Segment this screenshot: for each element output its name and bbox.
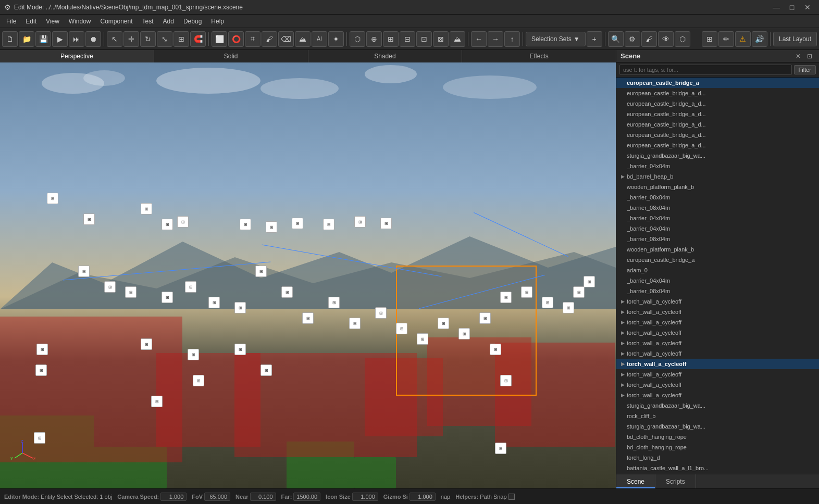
entity-icon-44[interactable]: ⊞ xyxy=(490,344,501,355)
open-button[interactable]: 📁 xyxy=(19,31,34,47)
entity-icon-1[interactable]: ⊞ xyxy=(47,193,58,204)
minimize-button[interactable]: — xyxy=(769,0,784,15)
scene-list-item[interactable]: ▶torch_wall_a_cycleoff xyxy=(616,307,819,317)
scene-list-item[interactable]: bd_cloth_hanging_rope xyxy=(616,442,819,452)
scene-list-item[interactable]: ▶torch_wall_a_cycleoff xyxy=(616,348,819,359)
viewport-tab-perspective[interactable]: Perspective xyxy=(0,50,154,62)
expand-arrow-icon[interactable]: ▶ xyxy=(619,340,626,346)
sphere-select-button[interactable]: ⭕ xyxy=(228,31,244,47)
scene-list-item[interactable]: _barrier_04x04m xyxy=(616,161,819,171)
entity-icon-29[interactable]: ⊞ xyxy=(479,312,491,324)
scene-list-item[interactable]: ▶torch_wall_a_cycleoff xyxy=(616,380,819,390)
scene-list-item[interactable]: european_castle_bridge_a_d... xyxy=(616,140,819,150)
scene-list-item[interactable]: sturgia_grandbazaar_big_wa... xyxy=(616,421,819,432)
scene-list-item[interactable]: european_castle_bridge_a_d... xyxy=(616,130,819,140)
menu-item-add[interactable]: Add xyxy=(159,17,178,26)
menu-item-view[interactable]: View xyxy=(42,17,64,26)
scene-list-item[interactable]: european_castle_bridge_a xyxy=(616,255,819,265)
box-select-button[interactable]: ⬜ xyxy=(212,31,227,47)
terrain-button[interactable]: ⛰ xyxy=(295,31,311,47)
entity-icon-19[interactable]: ⊞ xyxy=(255,266,267,277)
layout-pen-button[interactable]: ✏ xyxy=(718,31,734,47)
bottom-tab-scene[interactable]: Scene xyxy=(616,474,655,488)
scene-list-item[interactable]: european_castle_bridge_a_d... xyxy=(616,98,819,109)
mirror-button[interactable]: ⊡ xyxy=(416,31,432,47)
far-value[interactable]: 1500.00 xyxy=(293,493,320,501)
expand-arrow-icon[interactable]: ▶ xyxy=(619,319,626,325)
view-zoom-button[interactable]: 🔍 xyxy=(608,31,624,47)
record-button[interactable]: ⏺ xyxy=(85,31,101,47)
expand-arrow-icon[interactable]: ▶ xyxy=(619,361,626,367)
entity-icon-12[interactable]: ⊞ xyxy=(78,266,90,277)
nav-up-button[interactable]: ↑ xyxy=(504,31,520,47)
scene-list-item[interactable]: wooden_platform_plank_b xyxy=(616,244,819,255)
view-settings-button[interactable]: ⚙ xyxy=(625,31,640,47)
close-button[interactable]: ✕ xyxy=(800,0,815,15)
entity-icon-31[interactable]: ⊞ xyxy=(521,286,532,298)
bottom-tab-scripts[interactable]: Scripts xyxy=(655,474,696,488)
expand-arrow-icon[interactable]: ▶ xyxy=(619,330,626,336)
scene-list-item[interactable]: ▶torch_wall_a_cycleoff xyxy=(616,369,819,380)
scene-list-item[interactable]: _barrier_04x04m xyxy=(616,213,819,223)
scene-list-item[interactable]: _barrier_08x04m xyxy=(616,234,819,244)
entity-icon-36[interactable]: ⊞ xyxy=(141,338,152,350)
entity-icon-25[interactable]: ⊞ xyxy=(396,323,407,334)
scene-list-item[interactable]: european_castle_bridge_a_d... xyxy=(616,119,819,130)
gizmo-value[interactable]: 1.000 xyxy=(409,493,436,501)
rotate-button[interactable]: ↻ xyxy=(140,31,156,47)
entity-icon-33[interactable]: ⊞ xyxy=(563,302,574,313)
expand-arrow-icon[interactable]: ▶ xyxy=(619,309,626,315)
entity-icon-40[interactable]: ⊞ xyxy=(234,344,246,355)
scene-list-item[interactable]: _barrier_08x04m xyxy=(616,286,819,296)
scene-list-item[interactable]: ▶torch_wall_a_cycleoff xyxy=(616,296,819,307)
entity-icon-34[interactable]: ⊞ xyxy=(573,286,585,298)
entity-icon-39[interactable]: ⊞ xyxy=(193,375,204,386)
entity-icon-10[interactable]: ⊞ xyxy=(354,216,366,228)
entity-icon-9[interactable]: ⊞ xyxy=(323,219,334,230)
add-selection-button[interactable]: + xyxy=(587,31,602,47)
entity-icon-28[interactable]: ⊞ xyxy=(458,328,470,339)
entity-icon-32[interactable]: ⊞ xyxy=(542,297,553,308)
grid-button[interactable]: ⊟ xyxy=(400,31,415,47)
view-eye-button[interactable]: 👁 xyxy=(658,31,674,47)
scene-list-item[interactable]: _barrier_04x04m xyxy=(616,275,819,286)
entity-icon-11[interactable]: ⊞ xyxy=(380,218,392,229)
expand-arrow-icon[interactable]: ▶ xyxy=(619,371,626,377)
scene-list-item[interactable]: wooden_platform_plank_b xyxy=(616,182,819,192)
entity-icon-17[interactable]: ⊞ xyxy=(208,297,220,308)
menu-item-test[interactable]: Test xyxy=(138,17,158,26)
play-button[interactable]: ▶ xyxy=(52,31,68,47)
scene-list-item[interactable]: ▶torch_wall_a_cycleoff xyxy=(616,317,819,327)
entity-icon-18[interactable]: ⊞ xyxy=(234,302,246,313)
ai-button[interactable]: AI xyxy=(312,31,327,47)
layout-warn-button[interactable]: ⚠ xyxy=(735,31,751,47)
scene-list-item[interactable]: sturgia_grandbazaar_big_wa... xyxy=(616,400,819,411)
step-button[interactable]: ⏭ xyxy=(69,31,84,47)
entity-icon-47[interactable]: ⊞ xyxy=(34,432,45,444)
align-button[interactable]: ⊞ xyxy=(383,31,399,47)
scene-list-item[interactable]: _barrier_08x04m xyxy=(616,192,819,203)
camera-speed-value[interactable]: 1.000 xyxy=(160,493,187,501)
move-button[interactable]: ✛ xyxy=(123,31,139,47)
viewport[interactable]: ⊞ ⊞ ⊞ ⊞ ⊞ ⊞ ⊞ ⊞ ⊞ ⊞ ⊞ ⊞ ⊞ ⊞ ⊞ ⊞ ⊞ ⊞ ⊞ ⊞ … xyxy=(0,62,616,488)
menu-item-component[interactable]: Component xyxy=(96,17,137,26)
view-paint-button[interactable]: 🖌 xyxy=(641,31,657,47)
expand-arrow-icon[interactable]: ▶ xyxy=(619,298,626,305)
entity-icon-37[interactable]: ⊞ xyxy=(151,396,163,407)
entity-icon-15[interactable]: ⊞ xyxy=(162,292,173,303)
entity-icon-23[interactable]: ⊞ xyxy=(349,318,361,329)
maximize-button[interactable]: □ xyxy=(785,0,799,15)
entity-icon-42[interactable]: ⊞ xyxy=(36,344,48,355)
scene-list-item[interactable]: _barrier_08x04m xyxy=(616,203,819,213)
expand-arrow-icon[interactable]: ▶ xyxy=(619,392,626,398)
expand-arrow-icon[interactable]: ▶ xyxy=(619,350,626,357)
filter-input[interactable] xyxy=(619,65,792,75)
scene-list-item[interactable]: _barrier_04x04m xyxy=(616,223,819,234)
path-snap-checkbox[interactable] xyxy=(508,494,515,500)
viewport-tab-shaded[interactable]: Shaded xyxy=(308,50,463,62)
scene-panel-detach-button[interactable]: ⊡ xyxy=(804,51,815,61)
scene-list-item[interactable]: sturgia_grandbazaar_big_wa... xyxy=(616,150,819,161)
scene-list-item[interactable]: adam_0 xyxy=(616,265,819,275)
filter-button[interactable]: Filter xyxy=(794,65,816,74)
icon-size-value[interactable]: 1.000 xyxy=(352,493,378,501)
